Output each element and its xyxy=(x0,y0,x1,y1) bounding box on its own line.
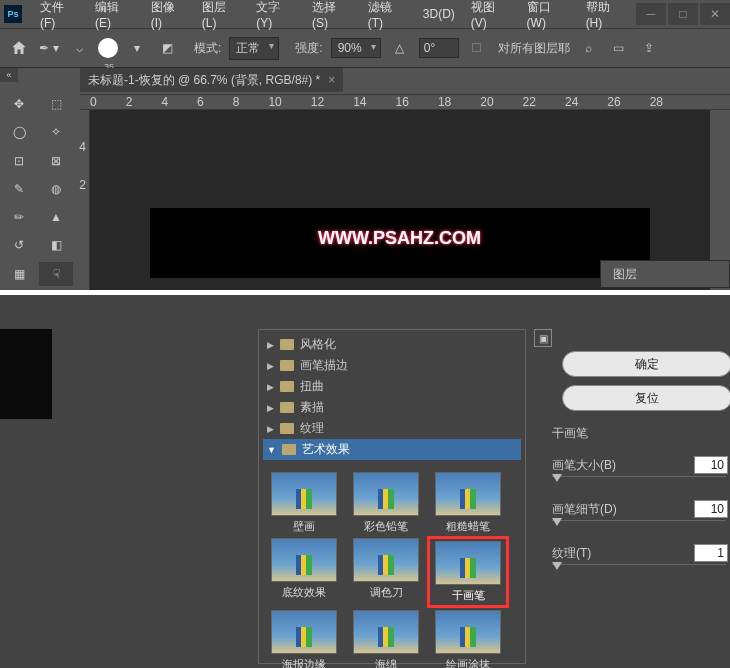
all-layers-checkbox[interactable]: 对所有图层耶 xyxy=(498,40,570,57)
param-brush-size-slider[interactable] xyxy=(552,476,726,486)
filter-colored-pencil[interactable]: 彩色铅笔 xyxy=(345,470,427,536)
param-texture-input[interactable] xyxy=(694,544,728,562)
move-tool[interactable]: ✥ xyxy=(2,92,36,116)
brush-dropdown-icon[interactable]: ▾ xyxy=(126,37,148,59)
document-tab[interactable]: 未标题-1-恢复的 @ 66.7% (背景, RGB/8#) * × xyxy=(80,68,343,92)
tree-stylize[interactable]: ▶风格化 xyxy=(263,334,521,355)
filter-settings-panel: ▣ 确定 复位 干画笔 画笔大小(B) 画笔细节(D) 纹理(T) xyxy=(534,329,730,664)
angle-input[interactable]: 0° xyxy=(419,38,459,58)
reset-button[interactable]: 复位 xyxy=(562,385,730,411)
toolbox-collapse[interactable]: « xyxy=(0,68,18,82)
app-logo: Ps xyxy=(4,5,22,23)
marquee-tool[interactable]: ⬚ xyxy=(39,92,73,116)
strength-dropdown[interactable]: 90% xyxy=(331,38,381,58)
mode-label: 模式: xyxy=(194,40,221,57)
maximize-button[interactable]: □ xyxy=(668,3,698,25)
param-brush-detail-input[interactable] xyxy=(694,500,728,518)
layers-panel-tab[interactable]: 图层 xyxy=(600,260,730,288)
mode-dropdown[interactable]: 正常 xyxy=(229,37,279,60)
tree-brushstrokes[interactable]: ▶画笔描边 xyxy=(263,355,521,376)
brush-selector-icon[interactable]: ⌵ xyxy=(68,37,90,59)
eyedropper-tool[interactable]: ✎ xyxy=(2,177,36,201)
frame-icon[interactable]: ▭ xyxy=(608,37,630,59)
filter-fresco[interactable]: 壁画 xyxy=(263,470,345,536)
filter-paint-daubs[interactable]: 绘画涂抹 xyxy=(427,608,509,668)
param-brush-detail-label: 画笔细节(D) xyxy=(552,501,617,518)
close-button[interactable]: ✕ xyxy=(700,3,730,25)
ruler-vertical: 42 xyxy=(76,110,90,290)
current-filter-name: 干画笔 xyxy=(552,425,730,442)
ok-button[interactable]: 确定 xyxy=(562,351,730,377)
tree-texture[interactable]: ▶纹理 xyxy=(263,418,521,439)
filter-dry-brush[interactable]: 干画笔 xyxy=(427,536,509,608)
menu-3d[interactable]: 3D(D) xyxy=(415,7,463,21)
share-icon[interactable]: ⇪ xyxy=(638,37,660,59)
stamp-tool[interactable]: ▲ xyxy=(39,205,73,229)
menu-image[interactable]: 图像(I) xyxy=(143,0,194,30)
tab-close-icon[interactable]: × xyxy=(328,73,335,87)
param-texture-slider[interactable] xyxy=(552,564,726,574)
param-brush-size-label: 画笔大小(B) xyxy=(552,457,616,474)
menu-window[interactable]: 窗口(W) xyxy=(519,0,578,30)
gradient-tool[interactable]: ▦ xyxy=(2,262,36,286)
menu-layer[interactable]: 图层(L) xyxy=(194,0,248,30)
param-brush-size-input[interactable] xyxy=(694,456,728,474)
smudge-tool[interactable]: ☟ xyxy=(39,262,73,286)
home-icon[interactable] xyxy=(8,37,30,59)
tree-distort[interactable]: ▶扭曲 xyxy=(263,376,521,397)
brush-tool[interactable]: ✏ xyxy=(2,205,36,229)
strength-label: 强度: xyxy=(295,40,322,57)
menu-help[interactable]: 帮助(H) xyxy=(578,0,634,30)
filter-palette-knife[interactable]: 调色刀 xyxy=(345,536,427,608)
menu-filter[interactable]: 滤镜(T) xyxy=(360,0,415,30)
filter-sponge[interactable]: 海绵 xyxy=(345,608,427,668)
menu-bar: Ps 文件(F) 编辑(E) 图像(I) 图层(L) 文字(Y) 选择(S) 滤… xyxy=(0,0,730,28)
brush-panel-icon[interactable]: ◩ xyxy=(156,37,178,59)
menu-view[interactable]: 视图(V) xyxy=(463,0,519,30)
filter-underpainting[interactable]: 底纹效果 xyxy=(263,536,345,608)
search-icon[interactable]: ⌕ xyxy=(578,37,600,59)
heal-tool[interactable]: ◍ xyxy=(39,177,73,201)
menu-type[interactable]: 文字(Y) xyxy=(248,0,304,30)
ruler-horizontal: 0246810121416182022242628 xyxy=(80,94,730,110)
menu-edit[interactable]: 编辑(E) xyxy=(87,0,143,30)
minimize-button[interactable]: ─ xyxy=(636,3,666,25)
crop-tool[interactable]: ⊡ xyxy=(2,149,36,173)
options-bar: ✒ ▾ ⌵ 35 ▾ ◩ 模式: 正常 强度: 90% △ 0° ☐ 对所有图层… xyxy=(0,28,730,68)
history-brush-tool[interactable]: ↺ xyxy=(2,233,36,257)
frame-tool[interactable]: ⊠ xyxy=(39,149,73,173)
wand-tool[interactable]: ✧ xyxy=(39,120,73,144)
filter-poster-edges[interactable]: 海报边缘 xyxy=(263,608,345,668)
tool-preset-icon[interactable]: ✒ ▾ xyxy=(38,37,60,59)
eraser-tool[interactable]: ◧ xyxy=(39,233,73,257)
document-title: 未标题-1-恢复的 @ 66.7% (背景, RGB/8#) * xyxy=(88,72,320,89)
watermark-text: WWW.PSAHZ.COM xyxy=(318,228,481,249)
filter-rough-pastels[interactable]: 粗糙蜡笔 xyxy=(427,470,509,536)
tree-sketch[interactable]: ▶素描 xyxy=(263,397,521,418)
filter-tree-panel: ▶风格化 ▶画笔描边 ▶扭曲 ▶素描 ▶纹理 ▼艺术效果 壁画 彩色铅笔 粗糙蜡… xyxy=(258,329,526,664)
tree-artistic[interactable]: ▼艺术效果 xyxy=(263,439,521,460)
preview-edge xyxy=(0,329,52,419)
param-brush-detail-slider[interactable] xyxy=(552,520,726,530)
menu-file[interactable]: 文件(F) xyxy=(32,0,87,30)
lasso-tool[interactable]: ◯ xyxy=(2,120,36,144)
brush-preview[interactable] xyxy=(98,38,118,58)
menu-select[interactable]: 选择(S) xyxy=(304,0,360,30)
collapse-settings-icon[interactable]: ▣ xyxy=(534,329,552,347)
toolbox: ✥ ⬚ ◯ ✧ ⊡ ⊠ ✎ ◍ ✏ ▲ ↺ ◧ ▦ ☟ xyxy=(0,90,76,290)
angle-icon: △ xyxy=(389,37,411,59)
param-texture-label: 纹理(T) xyxy=(552,545,591,562)
